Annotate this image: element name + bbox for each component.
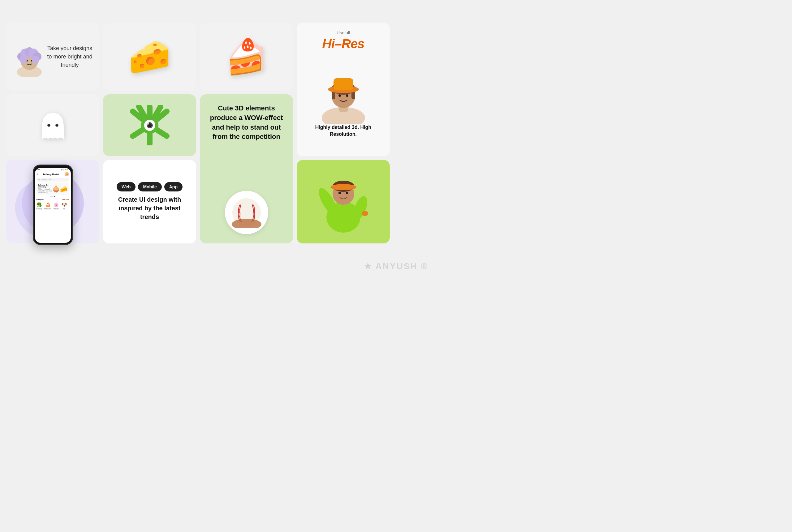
wow-text: Cute 3D elements produce a WOW-effect an… [208, 103, 285, 142]
phone-notch [47, 166, 59, 168]
delivery-desc: Within 4 hours of your order, and in as … [38, 188, 52, 194]
menu-icon: ≡ [37, 173, 38, 175]
hires-card: Usefull Hi–Res Highly detailed 3d. High … [297, 23, 390, 156]
svg-point-51 [338, 192, 341, 194]
cat-patisserie: 🍰 Patisserie [44, 202, 51, 210]
categories-header: Categories Sale -35% [35, 198, 71, 201]
svg-point-10 [32, 56, 39, 63]
cheese-card: 🧀 [103, 23, 196, 91]
monster-svg [130, 105, 170, 145]
sale-label: Sale -35% [62, 198, 69, 201]
svg-point-23 [48, 124, 50, 126]
green-character-svg [313, 168, 374, 236]
phone-header: ≡ Delivery Market 😊 [35, 171, 71, 177]
hires-character [313, 56, 374, 124]
svg-point-53 [331, 184, 356, 190]
search-placeholder: Catalog search [41, 179, 52, 180]
cat-pet: 🐶 Pet [61, 202, 67, 210]
grocery-label: Grocery [37, 208, 42, 210]
green-character-card [297, 160, 390, 243]
ghost-svg [36, 105, 70, 145]
phone-status-bar: 9:41 ▌▌▌ ✈ 🔋 [35, 168, 71, 171]
phone-card: 9:41 ▌▌▌ ✈ 🔋 ≡ Delivery Market 😊 🔍 Catal… [6, 160, 99, 243]
tag-row: Web Mobile App [117, 182, 183, 191]
patisserie-icon: 🍰 [45, 202, 51, 207]
ghost-card [6, 94, 99, 156]
delivery-emojis: 🧅🧀 [52, 185, 68, 193]
main-grid: Take your designs to more bright and fri… [0, 16, 396, 250]
phone-time: 9:41 [37, 169, 40, 170]
categories-label: Categories [37, 198, 44, 201]
svg-point-19 [338, 94, 341, 97]
hero-card: Take your designs to more bright and fri… [6, 23, 99, 91]
svg-point-48 [362, 211, 368, 216]
tag-web: Web [117, 182, 135, 191]
grocery-icon: 🥦 [37, 202, 42, 207]
patisserie-label: Patisserie [44, 208, 51, 210]
cake-card: 🍰 [200, 23, 293, 91]
hires-subtitle: Highly detailed 3d. High Resolution. [303, 124, 384, 138]
svg-point-20 [346, 94, 348, 97]
ui-text-card: Web Mobile App Create UI design with ins… [103, 160, 196, 243]
avatar: 😊 [65, 172, 69, 176]
watermark: ★ ANYUSH ® [364, 261, 396, 266]
hero-text: Take your designs to more bright and fri… [46, 44, 93, 69]
svg-rect-18 [334, 78, 353, 90]
phone-signal: ▌▌▌ ✈ 🔋 [61, 169, 69, 170]
svg-point-52 [346, 192, 348, 194]
delivery-title: Delivery the same day [38, 184, 52, 188]
hires-title: Hi–Res [322, 37, 364, 51]
baseball-svg [231, 197, 262, 228]
pet-label: Pet [63, 208, 65, 210]
phone-search: 🔍 Catalog search [37, 178, 69, 182]
flowers-label: Flowers [54, 208, 59, 210]
phone-mockup: 9:41 ▌▌▌ ✈ 🔋 ≡ Delivery Market 😊 🔍 Catal… [33, 165, 73, 245]
search-icon: 🔍 [38, 179, 40, 180]
delivery-box: Delivery the same day Within 4 hours of … [37, 183, 69, 195]
tag-app: App [164, 182, 183, 191]
baseball-container [225, 191, 268, 234]
cheese-emoji: 🧀 [128, 37, 171, 77]
character-avatar [12, 37, 46, 77]
hires-label: Usefull [337, 30, 350, 35]
cake-emoji: 🍰 [225, 37, 268, 77]
svg-point-37 [147, 122, 149, 125]
wow-card: Cute 3D elements produce a WOW-effect an… [200, 94, 293, 243]
svg-point-24 [56, 124, 58, 126]
cat-grocery: 🥦 Grocery [37, 202, 42, 210]
monster-card [103, 94, 196, 156]
app-name: Delivery Market [43, 173, 59, 175]
svg-point-9 [19, 56, 27, 63]
carousel-dots [35, 196, 71, 197]
pet-icon: 🐶 [61, 202, 67, 207]
flowers-icon: 🌸 [54, 202, 59, 207]
tag-mobile: Mobile [138, 182, 162, 191]
phone-screen: 9:41 ▌▌▌ ✈ 🔋 ≡ Delivery Market 😊 🔍 Catal… [35, 168, 71, 243]
ui-create-text: Create UI design with inspired by the la… [109, 195, 190, 221]
categories-row: 🥦 Grocery 🍰 Patisserie 🌸 Flowers 🐶 Pet [35, 201, 71, 211]
cat-flowers: 🌸 Flowers [54, 202, 59, 210]
